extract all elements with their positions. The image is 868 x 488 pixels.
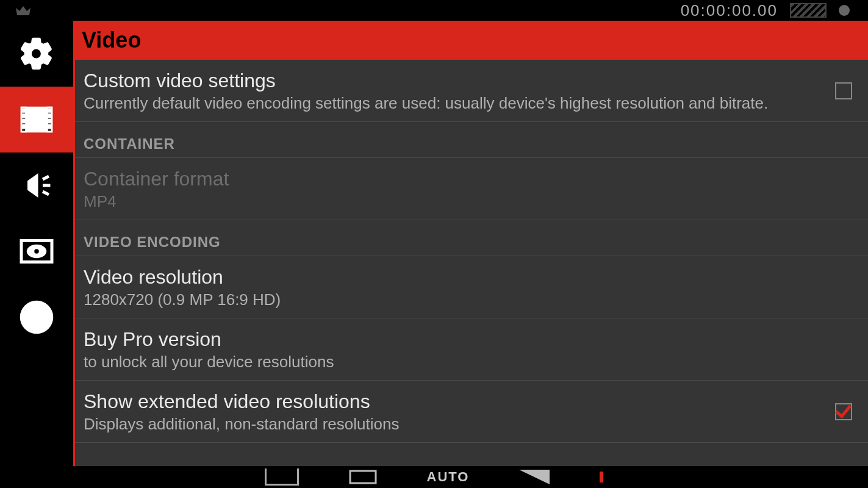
app-root: 00:00:00.00	[0, 0, 868, 488]
sidebar-tab-info[interactable]: i	[0, 284, 73, 350]
svg-rect-6	[22, 125, 25, 128]
setting-subtitle: MP4	[84, 192, 852, 211]
svg-point-17	[34, 248, 40, 254]
svg-line-12	[43, 176, 49, 179]
status-right: 00:00:00.00	[681, 1, 850, 20]
setting-title: Show extended video resolutions	[84, 389, 823, 414]
svg-rect-9	[48, 120, 51, 123]
eye-frame-icon	[18, 233, 55, 270]
setting-subtitle: Currently default video encoding setting…	[84, 94, 823, 113]
main-area: i Video Custom video settings Currently …	[0, 21, 868, 488]
svg-rect-5	[22, 120, 25, 123]
battery-icon	[790, 3, 827, 18]
setting-custom-video[interactable]: Custom video settings Currently default …	[75, 60, 868, 122]
settings-header: Video	[73, 21, 868, 60]
sidebar-tab-view[interactable]	[0, 218, 73, 284]
profile-dot-icon	[839, 5, 850, 16]
sidebar: i	[0, 21, 73, 488]
film-icon	[18, 101, 55, 138]
sidebar-tab-video[interactable]	[0, 87, 73, 152]
setting-subtitle: Displays additional, non-standard resolu…	[84, 415, 823, 434]
setting-title: Container format	[84, 167, 852, 191]
section-header-encoding: VIDEO ENCODING	[75, 220, 868, 256]
setting-subtitle: to unlock all your device resolutions	[84, 353, 852, 371]
section-header-container: CONTAINER	[75, 122, 868, 158]
setting-video-resolution[interactable]: Video resolution 1280x720 (0.9 MP 16:9 H…	[75, 256, 868, 318]
crown-icon	[12, 4, 34, 23]
setting-container-format: Container format MP4	[75, 158, 868, 220]
svg-rect-4	[22, 114, 25, 117]
recording-time: 00:00:00.00	[681, 1, 778, 20]
status-bar: 00:00:00.00	[0, 0, 868, 21]
sidebar-tab-audio[interactable]	[0, 152, 73, 218]
content-area: Video Custom video settings Currently de…	[73, 21, 868, 488]
svg-rect-10	[48, 125, 51, 128]
svg-text:i: i	[34, 306, 40, 330]
setting-title: Buy Pro version	[84, 327, 852, 351]
checkbox-custom-video[interactable]	[835, 82, 852, 99]
settings-list[interactable]: Custom video settings Currently default …	[73, 60, 868, 488]
checkbox-extended-resolutions[interactable]	[835, 403, 852, 420]
svg-marker-11	[27, 173, 38, 198]
svg-line-14	[43, 192, 49, 195]
setting-extended-resolutions[interactable]: Show extended video resolutions Displays…	[75, 381, 868, 443]
setting-title: Video resolution	[84, 265, 852, 289]
svg-rect-8	[48, 114, 51, 117]
sidebar-tab-settings[interactable]	[0, 21, 73, 87]
gear-icon	[18, 35, 55, 72]
page-title: Video	[82, 27, 141, 53]
setting-subtitle: 1280x720 (0.9 MP 16:9 HD)	[84, 290, 852, 309]
svg-rect-7	[48, 109, 51, 112]
setting-title: Custom video settings	[84, 68, 823, 93]
speaker-icon	[18, 167, 55, 204]
info-icon: i	[18, 299, 55, 336]
svg-rect-3	[22, 109, 25, 112]
setting-buy-pro[interactable]: Buy Pro version to unlock all your devic…	[75, 318, 868, 381]
